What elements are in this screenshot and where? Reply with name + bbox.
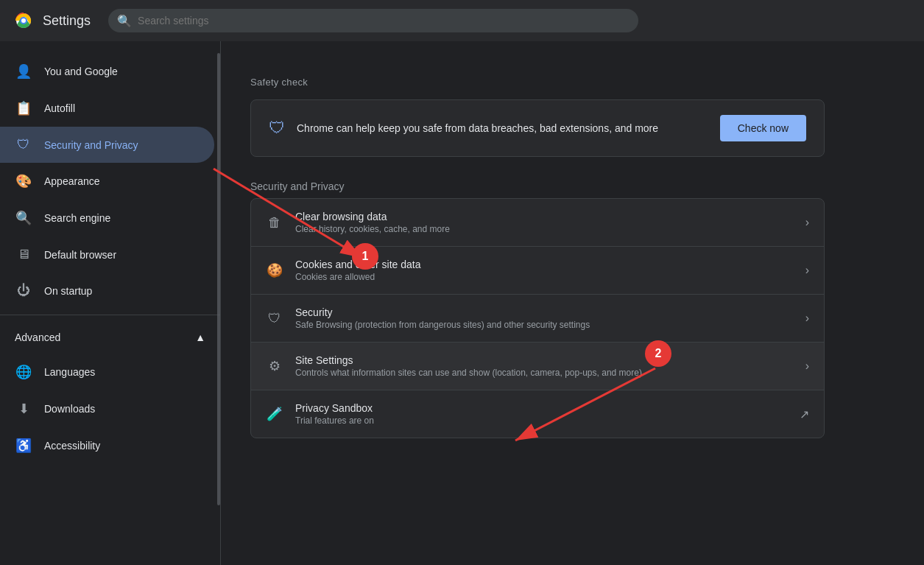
trash-icon: 🗑 [266, 215, 283, 231]
sidebar-label-downloads: Downloads [44, 403, 95, 415]
chevron-right-icon-1: › [805, 216, 809, 229]
sandbox-icon: 🧪 [266, 406, 283, 422]
clear-browsing-data-subtitle: Clear history, cookies, cache, and more [295, 224, 794, 234]
sidebar-label-appearance: Appearance [44, 175, 100, 187]
sidebar-label-on-startup: On startup [44, 285, 92, 297]
cookies-text: Cookies and other site data Cookies are … [295, 259, 794, 282]
sidebar-item-on-startup[interactable]: ⏻ On startup [0, 273, 214, 309]
sidebar-label-autofill: Autofill [44, 102, 75, 114]
sidebar-item-languages[interactable]: 🌐 Languages [0, 354, 214, 390]
sidebar-item-autofill[interactable]: 📋 Autofill [0, 90, 214, 127]
page-title: Settings [43, 13, 91, 29]
site-settings-subtitle: Controls what information sites can use … [295, 368, 794, 378]
main-content: Safety check 🛡 Chrome can help keep you … [221, 0, 924, 565]
cookies-title: Cookies and other site data [295, 259, 794, 270]
sidebar-divider [0, 315, 220, 315]
privacy-sandbox-text: Privacy Sandbox Trial features are on [295, 402, 788, 426]
sidebar-item-appearance[interactable]: 🎨 Appearance [0, 163, 214, 200]
security-shield-icon: 🛡 [266, 311, 283, 326]
sidebar-label-security-privacy: Security and Privacy [44, 139, 138, 151]
languages-icon: 🌐 [15, 364, 32, 380]
site-settings-text: Site Settings Controls what information … [295, 354, 794, 378]
chevron-right-icon-4: › [805, 359, 809, 373]
startup-icon: ⏻ [15, 283, 32, 298]
svg-point-2 [21, 18, 26, 23]
chevron-right-icon-2: › [805, 264, 809, 277]
security-subtitle: Safe Browsing (protection from dangerous… [295, 320, 794, 330]
privacy-sandbox-subtitle: Trial features are on [295, 415, 788, 426]
sidebar-item-downloads[interactable]: ⬇ Downloads [0, 390, 214, 427]
chrome-logo [12, 9, 35, 32]
sidebar-label-default-browser: Default browser [44, 249, 116, 261]
search-icon: 🔍 [117, 14, 132, 28]
appearance-icon: 🎨 [15, 173, 32, 189]
downloads-icon: ⬇ [15, 401, 32, 417]
sidebar-label-languages: Languages [44, 366, 95, 378]
privacy-sandbox-title: Privacy Sandbox [295, 402, 788, 414]
sidebar-item-default-browser[interactable]: 🖥 Default browser [0, 236, 214, 273]
security-title: Security [295, 306, 794, 318]
check-now-button[interactable]: Check now [720, 115, 806, 141]
site-settings-title: Site Settings [295, 354, 794, 366]
privacy-sandbox-item[interactable]: 🧪 Privacy Sandbox Trial features are on … [251, 390, 824, 438]
security-item[interactable]: 🛡 Security Safe Browsing (protection fro… [251, 295, 824, 343]
site-settings-icon: ⚙ [266, 358, 283, 374]
shield-icon: 🛡 [15, 137, 32, 152]
search-area: 🔍 [108, 9, 638, 32]
clear-browsing-data-item[interactable]: 🗑 Clear browsing data Clear history, coo… [251, 199, 824, 247]
sidebar-label-search-engine: Search engine [44, 212, 110, 224]
advanced-label: Advanced [15, 331, 60, 343]
safety-description: Chrome can help keep you safe from data … [297, 122, 658, 134]
clear-browsing-data-text: Clear browsing data Clear history, cooki… [295, 211, 794, 234]
header: Settings 🔍 [0, 0, 924, 41]
chevron-right-icon-3: › [805, 312, 809, 325]
cookies-site-data-item[interactable]: 🍪 Cookies and other site data Cookies ar… [251, 247, 824, 295]
security-privacy-list: 🗑 Clear browsing data Clear history, coo… [250, 198, 825, 438]
sidebar-item-search-engine[interactable]: 🔍 Search engine [0, 200, 214, 236]
search-input[interactable] [108, 9, 638, 32]
accessibility-icon: ♿ [15, 438, 32, 454]
safety-check-section-title: Safety check [250, 77, 825, 88]
sidebar-item-accessibility[interactable]: ♿ Accessibility [0, 427, 214, 464]
autofill-icon: 📋 [15, 100, 32, 116]
external-link-icon: ↗ [800, 407, 809, 421]
chevron-up-icon: ▲ [195, 331, 205, 343]
browser-icon: 🖥 [15, 247, 32, 262]
sidebar-item-you-and-google[interactable]: 👤 You and Google [0, 53, 214, 90]
user-icon: 👤 [15, 63, 32, 80]
content-area: Safety check 🛡 Chrome can help keep you … [221, 53, 854, 462]
security-privacy-section-title: Security and Privacy [250, 180, 825, 192]
sidebar-scrollbar[interactable] [217, 53, 220, 505]
sidebar-label-accessibility: Accessibility [44, 440, 100, 452]
sidebar: 👤 You and Google 📋 Autofill 🛡 Security a… [0, 0, 221, 565]
sidebar-label-you-and-google: You and Google [44, 66, 118, 77]
advanced-section-header[interactable]: Advanced ▲ [0, 321, 220, 354]
sidebar-item-security-privacy[interactable]: 🛡 Security and Privacy [0, 127, 214, 163]
security-text: Security Safe Browsing (protection from … [295, 306, 794, 330]
clear-browsing-data-title: Clear browsing data [295, 211, 794, 222]
cookie-icon: 🍪 [266, 262, 283, 278]
safety-check-card: 🛡 Chrome can help keep you safe from dat… [250, 99, 825, 157]
safety-shield-icon: 🛡 [269, 119, 285, 138]
safety-card-left: 🛡 Chrome can help keep you safe from dat… [269, 119, 658, 138]
cookies-subtitle: Cookies are allowed [295, 272, 794, 282]
search-engine-icon: 🔍 [15, 210, 32, 226]
site-settings-item[interactable]: ⚙ Site Settings Controls what informatio… [251, 343, 824, 390]
logo-area: Settings [12, 9, 91, 32]
